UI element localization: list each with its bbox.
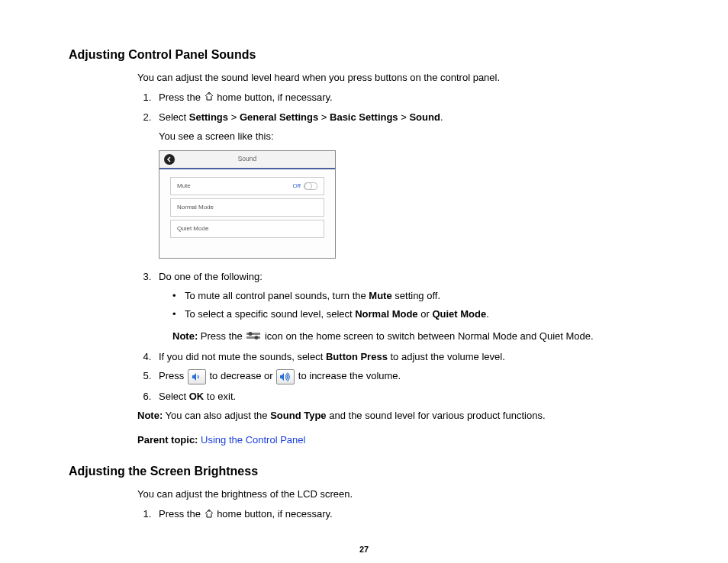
step-2: Select Settings > General Settings > Bas… (154, 110, 659, 259)
heading-adjusting-sounds: Adjusting Control Panel Sounds (69, 46, 659, 64)
note-mode-switch: Note: Press the icon on the home screen … (172, 329, 659, 344)
screenshot-row-mute: Mute Off (170, 177, 324, 195)
svg-point-3 (255, 336, 259, 339)
home-icon (204, 507, 214, 523)
sound-mode-icon (246, 330, 260, 345)
home-icon (204, 90, 214, 105)
step-5: Press to decrease or to increase the vol… (154, 368, 659, 384)
page-number: 27 (69, 543, 659, 556)
volume-up-icon (276, 369, 295, 384)
step-4: If you did not mute the sounds, select B… (154, 349, 659, 365)
step-1: Press the home button, if necessary. (154, 90, 659, 105)
note-sound-type: Note: You can also adjust the Sound Type… (137, 408, 659, 423)
screenshot-row-normal: Normal Mode (170, 198, 324, 217)
bullet-select-level: To select a specific sound level, select… (172, 307, 659, 322)
sound-settings-screenshot: Sound Mute Off Normal Mode Quiet Mode (159, 150, 336, 259)
heading-adjusting-brightness: Adjusting the Screen Brightness (69, 462, 659, 481)
screenshot-title: Sound (159, 154, 335, 164)
screenshot-row-quiet: Quiet Mode (170, 220, 324, 238)
intro-paragraph: You can adjust the sound level heard whe… (137, 70, 659, 85)
step-6: Select OK to exit. (154, 389, 659, 404)
parent-topic: Parent topic: Using the Control Panel (137, 433, 659, 448)
bullet-mute: To mute all control panel sounds, turn t… (172, 288, 659, 304)
intro-brightness: You can adjust the brightness of the LCD… (137, 487, 659, 502)
volume-down-icon (188, 369, 206, 384)
brightness-step-1: Press the home button, if necessary. (154, 507, 659, 522)
toggle-icon (304, 182, 317, 190)
parent-topic-link[interactable]: Using the Control Panel (201, 434, 305, 446)
step-2-subtext: You see a screen like this: (159, 129, 659, 144)
step-3: Do one of the following: To mute all con… (154, 269, 659, 345)
svg-point-2 (249, 332, 253, 336)
